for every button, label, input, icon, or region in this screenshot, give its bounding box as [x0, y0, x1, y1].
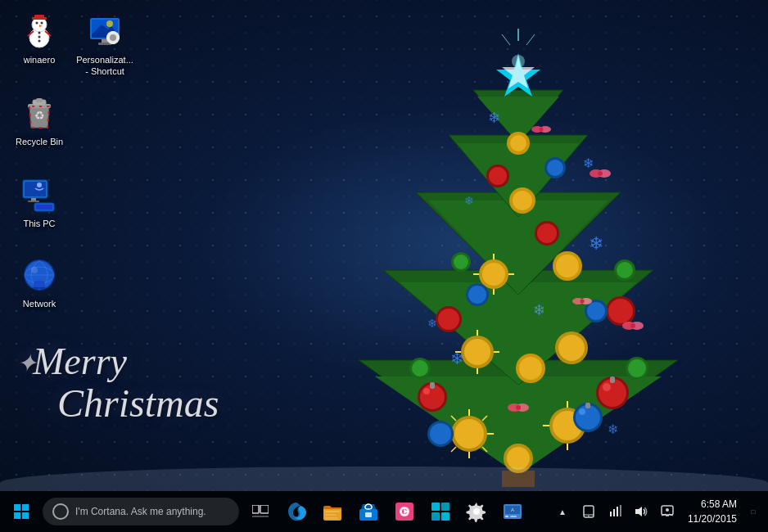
desktop-icon-personalization[interactable]: Personalizat... - Shortcut: [72, 8, 138, 81]
app8-icon: A: [501, 500, 524, 523]
tablet-mode-icon[interactable]: [576, 491, 601, 532]
taskbar-app-store[interactable]: [350, 491, 386, 532]
this-pc-icon: [20, 175, 59, 214]
notification-area[interactable]: □: [745, 491, 761, 532]
svg-rect-151: [36, 205, 52, 210]
task-view-button[interactable]: [242, 491, 278, 532]
svg-rect-60: [610, 376, 615, 383]
svg-rect-140: [117, 36, 120, 39]
show-hidden-icons[interactable]: ▲: [550, 491, 575, 532]
svg-point-156: [31, 267, 38, 273]
svg-point-58: [599, 379, 626, 407]
svg-point-34: [507, 447, 530, 470]
taskbar-app-6[interactable]: [422, 491, 459, 532]
svg-point-44: [519, 357, 542, 380]
desktop-icon-network[interactable]: Network: [7, 252, 72, 313]
svg-rect-189: [610, 512, 612, 516]
taskbar-app-8[interactable]: A: [495, 491, 531, 532]
svg-line-15: [526, 34, 535, 45]
svg-point-125: [38, 40, 41, 43]
svg-rect-190: [613, 509, 615, 516]
svg-point-66: [608, 299, 633, 323]
merry-christmas-text: ✦ Merry Christmas: [25, 341, 219, 426]
svg-rect-169: [325, 517, 338, 519]
svg-rect-183: [505, 516, 508, 517]
svg-point-109: [630, 323, 635, 328]
taskbar-app-edge[interactable]: [278, 491, 314, 532]
svg-rect-138: [111, 42, 115, 44]
svg-rect-137: [111, 31, 115, 34]
svg-rect-119: [34, 15, 44, 20]
taskbar-app-file-explorer[interactable]: [314, 491, 350, 532]
svg-text:❄: ❄: [427, 317, 437, 330]
recycle-bin-label: Recycle Bin: [16, 136, 63, 147]
svg-rect-157: [34, 282, 44, 288]
desktop: ❄ ❄ ❄ ❄ ❄ ❄ ❄ ❄: [0, 0, 768, 491]
svg-rect-163: [252, 505, 259, 513]
taskbar-app-settings[interactable]: [459, 491, 495, 532]
edge-icon: [285, 500, 308, 523]
svg-rect-178: [431, 512, 440, 521]
svg-text:❄: ❄: [589, 233, 603, 254]
desktop-icon-this-pc[interactable]: This PC: [7, 172, 72, 232]
file-explorer-icon: [321, 500, 344, 523]
svg-rect-64: [430, 382, 435, 389]
svg-point-90: [617, 262, 633, 278]
svg-point-80: [587, 302, 605, 320]
svg-rect-160: [22, 504, 29, 511]
svg-point-74: [576, 405, 600, 430]
svg-text:❄: ❄: [533, 302, 545, 318]
volume-icon[interactable]: [629, 491, 653, 532]
svg-rect-176: [431, 503, 440, 511]
svg-line-14: [502, 34, 510, 45]
svg-rect-164: [260, 505, 269, 513]
svg-point-120: [36, 22, 38, 25]
network-icon: [20, 255, 59, 295]
start-button[interactable]: [3, 491, 39, 532]
svg-point-92: [454, 255, 468, 269]
svg-rect-179: [441, 512, 450, 521]
svg-rect-139: [106, 36, 109, 39]
settings-taskbar-icon: [465, 500, 488, 523]
svg-rect-162: [22, 512, 29, 519]
svg-text:❄: ❄: [608, 422, 618, 436]
svg-point-112: [516, 405, 521, 410]
svg-rect-167: [325, 511, 340, 512]
svg-point-72: [489, 167, 507, 185]
svg-point-68: [438, 309, 459, 330]
svg-point-42: [558, 335, 585, 361]
svg-rect-177: [441, 503, 450, 511]
taskbar-app-media[interactable]: [386, 491, 422, 532]
svg-rect-171: [365, 512, 372, 517]
svg-point-16: [512, 55, 525, 68]
desktop-icon-winaero[interactable]: winaero: [7, 8, 72, 69]
network-tray-icon[interactable]: [603, 491, 627, 532]
personalization-label: Personalizat... - Shortcut: [75, 54, 134, 78]
svg-point-56: [510, 135, 526, 151]
svg-point-18: [454, 419, 484, 449]
svg-line-26: [451, 447, 456, 452]
svg-point-115: [581, 300, 585, 304]
svg-rect-76: [585, 403, 590, 408]
svg-point-82: [468, 286, 486, 304]
recycle-bin-icon: ♻: [20, 93, 59, 133]
action-center-icon[interactable]: [655, 491, 680, 532]
svg-point-52: [556, 255, 579, 277]
svg-text:❄: ❄: [488, 110, 500, 126]
svg-rect-168: [325, 514, 337, 516]
svg-point-188: [588, 516, 590, 517]
personalization-icon: [85, 11, 124, 51]
svg-rect-148: [31, 198, 36, 201]
svg-point-152: [37, 183, 42, 187]
svg-point-84: [547, 160, 563, 176]
cortana-search[interactable]: I'm Cortana. Ask me anything.: [43, 498, 239, 525]
svg-point-132: [106, 20, 113, 27]
network-label: Network: [23, 298, 56, 309]
svg-point-136: [110, 34, 116, 41]
svg-point-86: [628, 359, 646, 377]
system-clock[interactable]: 6:58 AM 11/20/2015: [681, 491, 743, 532]
svg-rect-143: [36, 98, 43, 102]
clock-time: 6:58 AM: [701, 497, 737, 512]
desktop-icon-recycle-bin[interactable]: ♻ Recycle Bin: [7, 90, 72, 151]
svg-rect-159: [14, 504, 20, 511]
